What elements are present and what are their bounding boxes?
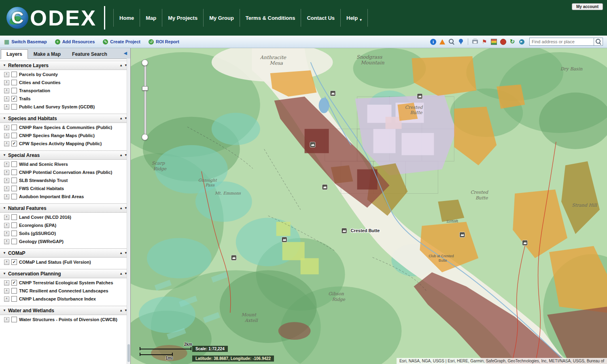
- print-icon[interactable]: [472, 38, 478, 45]
- layer-group-header[interactable]: ▼Special Areas▲▼: [0, 150, 130, 160]
- section-collapse-icon[interactable]: ▼: [3, 116, 6, 120]
- move-up-icon[interactable]: ▲: [119, 251, 123, 255]
- expand-icon[interactable]: +: [4, 280, 9, 286]
- layer-checkbox[interactable]: [11, 186, 17, 191]
- toolbar-create-project-button[interactable]: ✎Create Project: [103, 39, 140, 44]
- panel-collapse-icon[interactable]: ◀: [124, 51, 127, 56]
- nav-item-terms-conditions[interactable]: Terms & Conditions: [240, 9, 301, 27]
- nav-item-my-projects[interactable]: My Projects: [162, 9, 204, 27]
- mountain-marker-icon[interactable]: [330, 91, 335, 96]
- section-collapse-icon[interactable]: ▼: [3, 206, 6, 210]
- layer-checkbox[interactable]: [11, 296, 17, 302]
- layer-checkbox[interactable]: [11, 231, 17, 236]
- layer-checkbox[interactable]: [11, 133, 17, 138]
- zoom-out-button[interactable]: [142, 134, 148, 140]
- section-collapse-icon[interactable]: ▼: [3, 251, 6, 255]
- move-up-icon[interactable]: ▲: [119, 272, 123, 275]
- expand-icon[interactable]: +: [4, 296, 9, 302]
- layer-checkbox[interactable]: [11, 317, 17, 322]
- mountain-marker-icon[interactable]: [460, 232, 465, 237]
- layer-group-header[interactable]: ▼Reference Layers▲▼: [0, 61, 130, 70]
- section-collapse-icon[interactable]: ▼: [3, 153, 6, 157]
- expand-icon[interactable]: +: [4, 186, 9, 191]
- expand-icon[interactable]: +: [4, 141, 9, 146]
- layer-group-header[interactable]: ▼Conservation Planning▲▼: [0, 269, 130, 278]
- info-icon[interactable]: i: [430, 39, 436, 45]
- layer-checkbox[interactable]: [11, 72, 17, 77]
- location-pin-icon[interactable]: [458, 38, 464, 45]
- expand-icon[interactable]: +: [4, 125, 9, 130]
- tab-feature-search[interactable]: Feature Search: [66, 49, 113, 59]
- layer-checkbox[interactable]: ✓: [11, 280, 17, 286]
- expand-icon[interactable]: +: [4, 288, 9, 294]
- map-canvas[interactable]: AnthraciteMesaSnodgrassMountainDry Basin…: [131, 48, 607, 364]
- zoom-slider-track[interactable]: [144, 63, 146, 136]
- expand-icon[interactable]: +: [4, 215, 9, 220]
- expand-icon[interactable]: +: [4, 194, 9, 199]
- expand-icon[interactable]: +: [4, 178, 9, 183]
- expand-icon[interactable]: +: [4, 162, 9, 167]
- nav-item-help[interactable]: Help▾: [341, 9, 368, 27]
- expand-icon[interactable]: +: [4, 96, 9, 102]
- zoom-slider-thumb[interactable]: [142, 86, 148, 91]
- move-up-icon[interactable]: ▲: [119, 63, 123, 67]
- mountain-marker-icon[interactable]: [322, 184, 327, 190]
- bookmark-flag-icon[interactable]: ⚑: [481, 38, 488, 45]
- layer-group-header[interactable]: ▼COMaP▲▼: [0, 248, 130, 258]
- address-search-input[interactable]: [529, 38, 594, 46]
- tab-make-a-map[interactable]: Make a Map: [28, 49, 66, 59]
- section-collapse-icon[interactable]: ▼: [3, 309, 6, 312]
- layer-checkbox[interactable]: [11, 239, 17, 244]
- toolbar-roi-report-button[interactable]: ↺ROI Report: [149, 39, 179, 44]
- layer-group-header[interactable]: ▼Natural Features▲▼: [0, 203, 130, 213]
- expand-icon[interactable]: +: [4, 88, 9, 93]
- nav-item-my-group[interactable]: My Group: [204, 9, 240, 27]
- layer-checkbox[interactable]: [11, 161, 17, 167]
- mountain-marker-icon[interactable]: [342, 228, 347, 233]
- move-up-icon[interactable]: ▲: [119, 206, 123, 210]
- codex-logo[interactable]: C ODEX: [6, 7, 97, 29]
- sidebar-scrollbar-thumb[interactable]: [127, 344, 130, 362]
- mountain-marker-icon[interactable]: [231, 255, 236, 260]
- layer-checkbox[interactable]: ✓: [11, 96, 17, 102]
- expand-icon[interactable]: +: [4, 239, 9, 244]
- move-up-icon[interactable]: ▲: [119, 116, 123, 120]
- layer-checkbox[interactable]: ✓: [11, 141, 17, 146]
- my-account-button[interactable]: My account: [572, 3, 603, 10]
- layer-group-header[interactable]: ▼Species and Habitats▲▼: [0, 114, 130, 123]
- mountain-marker-icon[interactable]: [522, 240, 528, 245]
- move-up-icon[interactable]: ▲: [119, 309, 123, 312]
- nav-item-map[interactable]: Map: [140, 9, 162, 27]
- zoom-search-icon[interactable]: [448, 38, 455, 45]
- mountain-marker-icon[interactable]: [417, 93, 422, 99]
- toolbar-switch-basemap-button[interactable]: ▦Switch Basemap: [4, 39, 47, 44]
- layer-checkbox[interactable]: [11, 178, 17, 183]
- expand-icon[interactable]: +: [4, 133, 9, 138]
- layer-checkbox[interactable]: [11, 169, 17, 175]
- expand-icon[interactable]: +: [4, 317, 9, 322]
- expand-icon[interactable]: +: [4, 72, 9, 77]
- layer-checkbox[interactable]: [11, 125, 17, 130]
- layer-checkbox[interactable]: [11, 104, 17, 110]
- section-collapse-icon[interactable]: ▼: [3, 63, 6, 67]
- layer-checkbox[interactable]: [11, 88, 17, 93]
- move-up-icon[interactable]: ▲: [119, 153, 123, 157]
- layer-checkbox[interactable]: [11, 214, 17, 220]
- toolbar-add-resources-button[interactable]: +Add Resources: [55, 39, 95, 44]
- mountain-marker-icon[interactable]: [282, 237, 287, 242]
- layer-checkbox[interactable]: [11, 222, 17, 228]
- nav-item-contact-us[interactable]: Contact Us: [301, 9, 341, 27]
- layer-checkbox[interactable]: ✓: [11, 259, 17, 265]
- expand-icon[interactable]: +: [4, 80, 9, 85]
- expand-icon[interactable]: +: [4, 223, 9, 228]
- mountain-marker-icon[interactable]: [310, 142, 315, 147]
- expand-icon[interactable]: +: [4, 231, 9, 236]
- address-search-button[interactable]: [594, 38, 603, 46]
- layer-checkbox[interactable]: [11, 194, 17, 199]
- layer-checkbox[interactable]: [11, 80, 17, 85]
- expand-icon[interactable]: +: [4, 170, 9, 175]
- layer-checkbox[interactable]: [11, 288, 17, 294]
- globe-link-icon[interactable]: [518, 38, 525, 45]
- expand-icon[interactable]: +: [4, 260, 9, 265]
- zoom-in-button[interactable]: [142, 59, 148, 66]
